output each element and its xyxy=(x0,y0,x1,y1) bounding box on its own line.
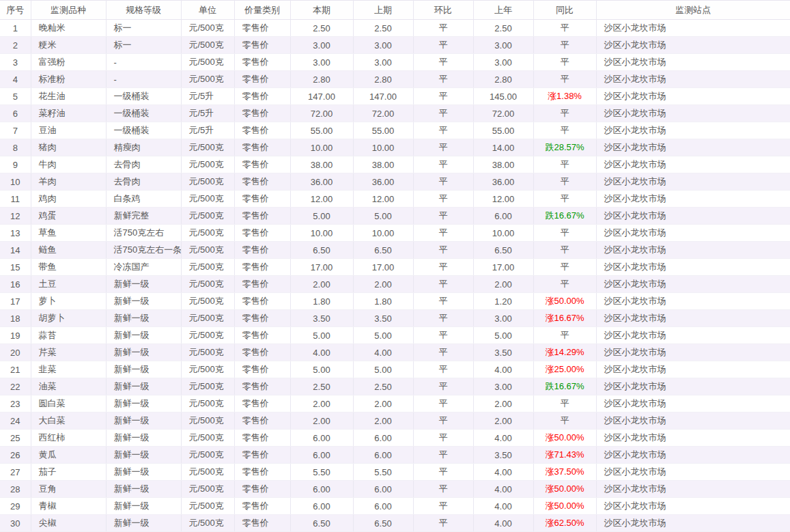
cell-last_year: 3.00 xyxy=(473,37,533,54)
cell-last_year: 55.00 xyxy=(473,122,533,139)
cell-mom: 平 xyxy=(413,208,473,225)
cell-unit: 元/500克 xyxy=(181,361,234,378)
cell-last_year: 36.00 xyxy=(473,173,533,191)
cell-station: 沙区小龙坎市场 xyxy=(596,122,790,139)
cell-variety: 芹菜 xyxy=(31,344,106,361)
cell-spec: 一级桶装 xyxy=(106,122,181,139)
cell-unit: 元/500克 xyxy=(181,327,234,344)
cell-mom: 平 xyxy=(413,88,473,105)
cell-mom: 平 xyxy=(413,310,473,327)
col-header-last-year: 上年 xyxy=(473,1,533,20)
cell-yoy: 涨1.38% xyxy=(533,88,596,105)
cell-spec: 新鲜一级 xyxy=(106,447,181,464)
cell-index: 8 xyxy=(0,139,31,156)
cell-station: 沙区小龙坎市场 xyxy=(596,88,790,105)
cell-last_year: 4.00 xyxy=(473,464,533,481)
cell-yoy: 涨50.00% xyxy=(533,430,596,447)
cell-last_year: 5.00 xyxy=(473,327,533,344)
cell-last_year: 3.00 xyxy=(473,378,533,395)
table-row: 20芹菜新鲜一级元/500克零售价4.004.00平3.50涨14.29%沙区小… xyxy=(0,344,790,361)
table-row: 17萝卜新鲜一级元/500克零售价1.801.80平1.20涨50.00%沙区小… xyxy=(0,293,790,310)
cell-station: 沙区小龙坎市场 xyxy=(596,71,790,88)
cell-previous: 6.00 xyxy=(353,447,413,464)
cell-mom: 平 xyxy=(413,498,473,515)
table-row: 28豆角新鲜一级元/500克零售价6.006.00平4.00涨50.00%沙区小… xyxy=(0,481,790,498)
cell-spec: 新鲜一级 xyxy=(106,515,181,532)
cell-station: 沙区小龙坎市场 xyxy=(596,361,790,378)
cell-last_year: 4.00 xyxy=(473,430,533,447)
cell-category: 零售价 xyxy=(234,156,290,173)
table-row: 8猪肉精瘦肉元/500克零售价10.0010.00平14.00跌28.57%沙区… xyxy=(0,139,790,156)
cell-spec: 新鲜一级 xyxy=(106,361,181,378)
cell-current: 3.50 xyxy=(290,310,353,327)
cell-category: 零售价 xyxy=(234,293,290,310)
cell-station: 沙区小龙坎市场 xyxy=(596,259,790,276)
cell-last_year: 3.50 xyxy=(473,344,533,361)
cell-mom: 平 xyxy=(413,447,473,464)
cell-current: 72.00 xyxy=(290,105,353,122)
cell-spec: - xyxy=(106,54,181,71)
cell-current: 2.00 xyxy=(290,276,353,293)
cell-spec: 新鲜一级 xyxy=(106,430,181,447)
table-row: 25西红柿新鲜一级元/500克零售价6.006.00平4.00涨50.00%沙区… xyxy=(0,430,790,447)
cell-spec: 标一 xyxy=(106,20,181,37)
cell-station: 沙区小龙坎市场 xyxy=(596,481,790,498)
cell-index: 18 xyxy=(0,310,31,327)
cell-unit: 元/500克 xyxy=(181,276,234,293)
cell-spec: 新鲜一级 xyxy=(106,498,181,515)
cell-previous: 10.00 xyxy=(353,139,413,156)
cell-spec: 活750克左右一条 xyxy=(106,242,181,259)
cell-mom: 平 xyxy=(413,191,473,208)
cell-last_year: 72.00 xyxy=(473,105,533,122)
cell-variety: 圆白菜 xyxy=(31,395,106,412)
cell-index: 12 xyxy=(0,208,31,225)
cell-station: 沙区小龙坎市场 xyxy=(596,156,790,173)
cell-unit: 元/500克 xyxy=(181,54,234,71)
cell-yoy: 涨50.00% xyxy=(533,293,596,310)
cell-variety: 标准粉 xyxy=(31,71,106,88)
cell-spec: 新鲜完整 xyxy=(106,208,181,225)
col-header-previous: 上期 xyxy=(353,1,413,20)
cell-previous: 2.50 xyxy=(353,378,413,395)
cell-last_year: 4.00 xyxy=(473,361,533,378)
cell-yoy: 跌28.57% xyxy=(533,139,596,156)
cell-previous: 12.00 xyxy=(353,191,413,208)
cell-last_year: 2.00 xyxy=(473,395,533,412)
cell-previous: 6.00 xyxy=(353,430,413,447)
cell-previous: 6.00 xyxy=(353,481,413,498)
cell-last_year: 3.00 xyxy=(473,54,533,71)
cell-yoy: 平 xyxy=(533,105,596,122)
cell-mom: 平 xyxy=(413,37,473,54)
cell-current: 6.00 xyxy=(290,481,353,498)
table-row: 23圆白菜新鲜一级元/500克零售价2.002.00平2.00平沙区小龙坎市场 xyxy=(0,395,790,412)
cell-unit: 元/500克 xyxy=(181,515,234,532)
cell-variety: 豆油 xyxy=(31,122,106,139)
cell-category: 零售价 xyxy=(234,310,290,327)
cell-mom: 平 xyxy=(413,276,473,293)
cell-category: 零售价 xyxy=(234,105,290,122)
cell-current: 3.00 xyxy=(290,37,353,54)
cell-yoy: 平 xyxy=(533,20,596,37)
cell-previous: 5.00 xyxy=(353,208,413,225)
cell-station: 沙区小龙坎市场 xyxy=(596,191,790,208)
cell-station: 沙区小龙坎市场 xyxy=(596,37,790,54)
cell-previous: 4.00 xyxy=(353,344,413,361)
cell-variety: 黄瓜 xyxy=(31,447,106,464)
cell-station: 沙区小龙坎市场 xyxy=(596,105,790,122)
cell-mom: 平 xyxy=(413,54,473,71)
cell-category: 零售价 xyxy=(234,361,290,378)
col-header-index: 序号 xyxy=(0,1,31,20)
cell-spec: 去骨肉 xyxy=(106,173,181,191)
table-row: 12鸡蛋新鲜完整元/500克零售价5.005.00平6.00跌16.67%沙区小… xyxy=(0,208,790,225)
cell-index: 17 xyxy=(0,293,31,310)
table-row: 5花生油一级桶装元/5升零售价147.00147.00平145.00涨1.38%… xyxy=(0,88,790,105)
cell-station: 沙区小龙坎市场 xyxy=(596,395,790,412)
cell-variety: 花生油 xyxy=(31,88,106,105)
cell-category: 零售价 xyxy=(234,71,290,88)
cell-unit: 元/500克 xyxy=(181,173,234,191)
cell-variety: 油菜 xyxy=(31,378,106,395)
cell-last_year: 3.00 xyxy=(473,310,533,327)
cell-category: 零售价 xyxy=(234,225,290,242)
col-header-unit: 单位 xyxy=(181,1,234,20)
cell-previous: 2.00 xyxy=(353,276,413,293)
